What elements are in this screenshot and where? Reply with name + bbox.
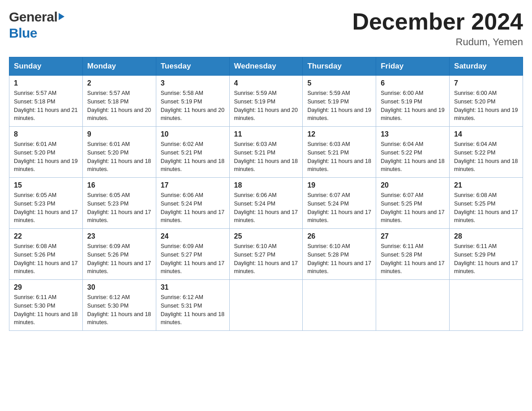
calendar-cell: 8 Sunrise: 6:01 AMSunset: 5:20 PMDayligh… [9,127,83,178]
day-info: Sunrise: 6:03 AMSunset: 5:21 PMDaylight:… [307,140,371,174]
calendar-cell: 23 Sunrise: 6:09 AMSunset: 5:26 PMDaylig… [82,229,156,280]
day-number: 29 [14,283,78,291]
month-title: December 2024 [352,9,523,34]
day-info: Sunrise: 6:08 AMSunset: 5:25 PMDaylight:… [454,191,518,225]
weekday-header-sunday: Sunday [9,57,83,76]
calendar-cell: 19 Sunrise: 6:07 AMSunset: 5:24 PMDaylig… [303,178,376,229]
day-number: 2 [87,79,151,87]
day-number: 16 [87,181,151,189]
calendar-cell: 13 Sunrise: 6:04 AMSunset: 5:22 PMDaylig… [376,127,450,178]
day-info: Sunrise: 6:02 AMSunset: 5:21 PMDaylight:… [161,140,225,174]
calendar-cell: 18 Sunrise: 6:06 AMSunset: 5:24 PMDaylig… [229,178,303,229]
calendar-cell [303,280,376,331]
calendar-table: SundayMondayTuesdayWednesdayThursdayFrid… [9,57,523,331]
calendar-cell: 9 Sunrise: 6:01 AMSunset: 5:20 PMDayligh… [82,127,156,178]
calendar-cell: 12 Sunrise: 6:03 AMSunset: 5:21 PMDaylig… [303,127,376,178]
day-info: Sunrise: 6:08 AMSunset: 5:26 PMDaylight:… [14,242,78,276]
day-info: Sunrise: 6:09 AMSunset: 5:26 PMDaylight:… [87,242,151,276]
day-info: Sunrise: 6:07 AMSunset: 5:25 PMDaylight:… [381,191,445,225]
weekday-header-friday: Friday [376,57,450,76]
day-number: 26 [307,232,371,240]
day-number: 23 [87,232,151,240]
day-number: 11 [234,130,298,138]
day-number: 3 [161,79,225,87]
calendar-cell: 24 Sunrise: 6:09 AMSunset: 5:27 PMDaylig… [156,229,229,280]
calendar-cell: 5 Sunrise: 5:59 AMSunset: 5:19 PMDayligh… [303,76,376,127]
day-info: Sunrise: 5:59 AMSunset: 5:19 PMDaylight:… [307,89,371,123]
day-number: 17 [161,181,225,189]
calendar-cell: 17 Sunrise: 6:06 AMSunset: 5:24 PMDaylig… [156,178,229,229]
day-number: 30 [87,283,151,291]
calendar-cell: 30 Sunrise: 6:12 AMSunset: 5:30 PMDaylig… [82,280,156,331]
day-info: Sunrise: 6:11 AMSunset: 5:29 PMDaylight:… [454,242,518,276]
day-number: 22 [14,232,78,240]
week-row-2: 8 Sunrise: 6:01 AMSunset: 5:20 PMDayligh… [9,127,523,178]
weekday-header-wednesday: Wednesday [229,57,303,76]
day-info: Sunrise: 6:12 AMSunset: 5:30 PMDaylight:… [87,293,151,327]
day-info: Sunrise: 5:57 AMSunset: 5:18 PMDaylight:… [14,89,78,123]
day-number: 8 [14,130,78,138]
day-number: 6 [381,79,445,87]
day-info: Sunrise: 6:11 AMSunset: 5:28 PMDaylight:… [381,242,445,276]
week-row-1: 1 Sunrise: 5:57 AMSunset: 5:18 PMDayligh… [9,76,523,127]
calendar-cell: 21 Sunrise: 6:08 AMSunset: 5:25 PMDaylig… [450,178,523,229]
calendar-cell: 15 Sunrise: 6:05 AMSunset: 5:23 PMDaylig… [9,178,83,229]
week-row-3: 15 Sunrise: 6:05 AMSunset: 5:23 PMDaylig… [9,178,523,229]
calendar-cell: 14 Sunrise: 6:04 AMSunset: 5:22 PMDaylig… [450,127,523,178]
weekday-header-row: SundayMondayTuesdayWednesdayThursdayFrid… [9,57,523,76]
calendar-cell: 29 Sunrise: 6:11 AMSunset: 5:30 PMDaylig… [9,280,83,331]
calendar-cell: 26 Sunrise: 6:10 AMSunset: 5:28 PMDaylig… [303,229,376,280]
calendar-cell: 3 Sunrise: 5:58 AMSunset: 5:19 PMDayligh… [156,76,229,127]
calendar-cell: 6 Sunrise: 6:00 AMSunset: 5:19 PMDayligh… [376,76,450,127]
day-number: 9 [87,130,151,138]
calendar-cell: 1 Sunrise: 5:57 AMSunset: 5:18 PMDayligh… [9,76,83,127]
calendar-cell: 31 Sunrise: 6:12 AMSunset: 5:31 PMDaylig… [156,280,229,331]
weekday-header-tuesday: Tuesday [156,57,229,76]
day-number: 31 [161,283,225,291]
day-number: 20 [381,181,445,189]
logo-triangle-icon [59,13,64,20]
day-info: Sunrise: 6:03 AMSunset: 5:21 PMDaylight:… [234,140,298,174]
logo-general-text: General [9,9,57,25]
day-number: 25 [234,232,298,240]
calendar-cell [229,280,303,331]
day-number: 27 [381,232,445,240]
day-number: 14 [454,130,518,138]
day-number: 12 [307,130,371,138]
logo: General Blue [9,9,64,41]
day-info: Sunrise: 5:58 AMSunset: 5:19 PMDaylight:… [161,89,225,123]
page-header: General Blue December 2024 Rudum, Yemen [9,9,523,48]
day-info: Sunrise: 6:07 AMSunset: 5:24 PMDaylight:… [307,191,371,225]
day-info: Sunrise: 5:59 AMSunset: 5:19 PMDaylight:… [234,89,298,123]
day-number: 15 [14,181,78,189]
calendar-cell [376,280,450,331]
day-info: Sunrise: 6:10 AMSunset: 5:28 PMDaylight:… [307,242,371,276]
day-number: 19 [307,181,371,189]
day-info: Sunrise: 6:05 AMSunset: 5:23 PMDaylight:… [87,191,151,225]
calendar-cell: 28 Sunrise: 6:11 AMSunset: 5:29 PMDaylig… [450,229,523,280]
day-number: 28 [454,232,518,240]
day-number: 5 [307,79,371,87]
location-label: Rudum, Yemen [352,36,523,48]
calendar-cell: 20 Sunrise: 6:07 AMSunset: 5:25 PMDaylig… [376,178,450,229]
day-info: Sunrise: 6:11 AMSunset: 5:30 PMDaylight:… [14,293,78,327]
day-number: 13 [381,130,445,138]
calendar-cell: 27 Sunrise: 6:11 AMSunset: 5:28 PMDaylig… [376,229,450,280]
calendar-cell: 4 Sunrise: 5:59 AMSunset: 5:19 PMDayligh… [229,76,303,127]
day-info: Sunrise: 6:01 AMSunset: 5:20 PMDaylight:… [87,140,151,174]
day-info: Sunrise: 6:10 AMSunset: 5:27 PMDaylight:… [234,242,298,276]
weekday-header-saturday: Saturday [450,57,523,76]
calendar-cell [450,280,523,331]
day-number: 24 [161,232,225,240]
day-info: Sunrise: 6:04 AMSunset: 5:22 PMDaylight:… [454,140,518,174]
day-number: 4 [234,79,298,87]
calendar-cell: 11 Sunrise: 6:03 AMSunset: 5:21 PMDaylig… [229,127,303,178]
day-info: Sunrise: 6:05 AMSunset: 5:23 PMDaylight:… [14,191,78,225]
day-info: Sunrise: 6:09 AMSunset: 5:27 PMDaylight:… [161,242,225,276]
weekday-header-monday: Monday [82,57,156,76]
day-info: Sunrise: 5:57 AMSunset: 5:18 PMDaylight:… [87,89,151,123]
day-info: Sunrise: 6:00 AMSunset: 5:20 PMDaylight:… [454,89,518,123]
day-number: 10 [161,130,225,138]
calendar-cell: 22 Sunrise: 6:08 AMSunset: 5:26 PMDaylig… [9,229,83,280]
logo-blue-text: Blue [9,25,64,41]
